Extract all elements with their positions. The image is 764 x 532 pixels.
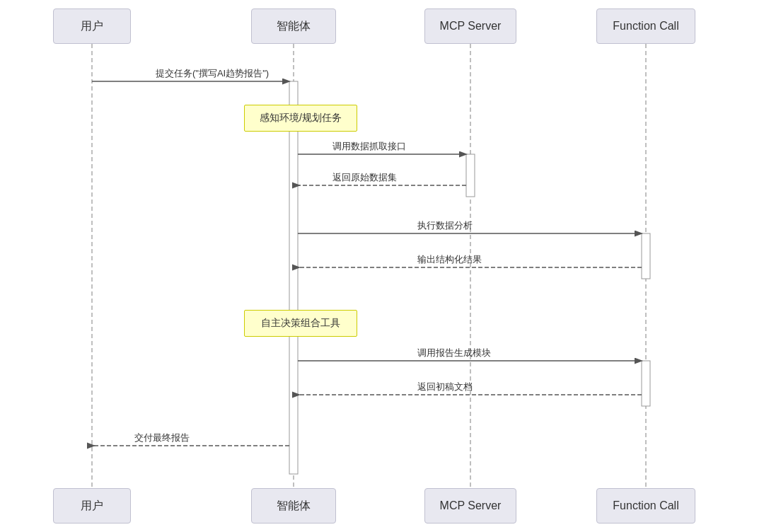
svg-rect-5	[466, 154, 475, 197]
svg-rect-7	[642, 361, 650, 406]
process-decide: 自主决策组合工具	[244, 310, 357, 337]
actor-fc-bottom: Function Call	[596, 488, 695, 524]
actor-user-bottom: 用户	[53, 488, 131, 524]
svg-text:提交任务("撰写AI趋势报告"): 提交任务("撰写AI趋势报告")	[156, 68, 269, 79]
process-perceive: 感知环境/规划任务	[244, 105, 357, 132]
actor-fc-top: Function Call	[596, 8, 695, 44]
svg-text:执行数据分析: 执行数据分析	[417, 220, 473, 231]
svg-rect-6	[642, 233, 650, 279]
svg-text:返回初稿文档: 返回初稿文档	[417, 381, 473, 392]
actor-mcp-bottom: MCP Server	[424, 488, 516, 524]
svg-text:调用数据抓取接口: 调用数据抓取接口	[332, 141, 406, 151]
actor-mcp-top: MCP Server	[424, 8, 516, 44]
svg-text:返回原始数据集: 返回原始数据集	[332, 172, 397, 183]
svg-text:输出结构化结果: 输出结构化结果	[417, 254, 482, 265]
svg-text:调用报告生成模块: 调用报告生成模块	[417, 347, 491, 358]
actor-agent-top: 智能体	[251, 8, 336, 44]
svg-text:交付最终报告: 交付最终报告	[134, 432, 190, 443]
svg-rect-4	[289, 81, 298, 474]
diagram-svg: 提交任务("撰写AI趋势报告") 调用数据抓取接口 返回原始数据集 执行数据分析…	[0, 0, 764, 532]
diagram-container: 提交任务("撰写AI趋势报告") 调用数据抓取接口 返回原始数据集 执行数据分析…	[0, 0, 764, 532]
actor-agent-bottom: 智能体	[251, 488, 336, 524]
actor-user-top: 用户	[53, 8, 131, 44]
